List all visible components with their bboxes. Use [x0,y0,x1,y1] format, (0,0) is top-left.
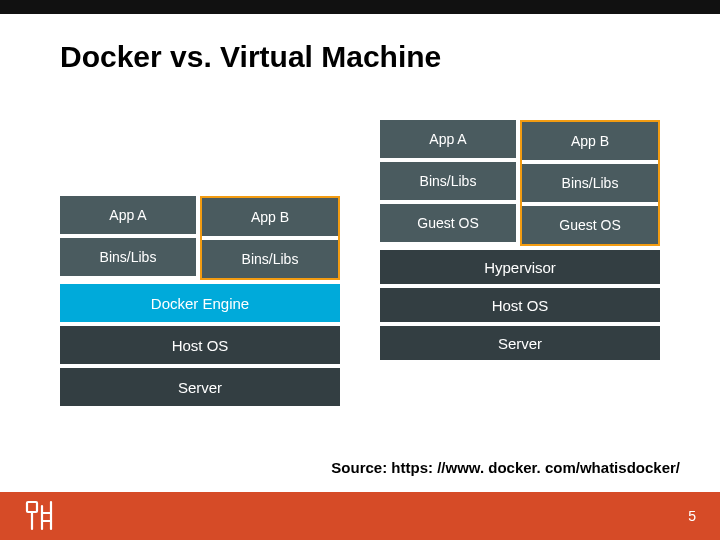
docker-col-a-app: App A [60,196,196,234]
svg-rect-0 [27,502,37,512]
docker-col-b-bins: Bins/Libs [202,240,338,278]
vm-col-b-guest: Guest OS [522,206,658,244]
footer-bar: 5 [0,492,720,540]
vm-col-b-bins: Bins/Libs [522,164,658,202]
vm-hypervisor-layer: Hypervisor [380,250,660,284]
slide-title: Docker vs. Virtual Machine [60,40,441,74]
vm-host-os-layer: Host OS [380,288,660,322]
diagram-area: App A Bins/Libs App B Bins/Libs Docker E… [60,120,660,406]
docker-stack: App A Bins/Libs App B Bins/Libs Docker E… [60,196,340,406]
vm-stack: App A Bins/Libs Guest OS App B Bins/Libs… [380,120,660,406]
docker-server-layer: Server [60,368,340,406]
vm-col-a-app: App A [380,120,516,158]
docker-col-a-bins: Bins/Libs [60,238,196,276]
docker-col-b-app: App B [202,198,338,236]
vm-col-b-app: App B [522,122,658,160]
vm-col-a-bins: Bins/Libs [380,162,516,200]
logo-icon [24,499,58,533]
vm-col-a-guest: Guest OS [380,204,516,242]
page-number: 5 [688,508,696,524]
source-text: Source: https: //www. docker. com/whatis… [331,459,680,476]
docker-engine-layer: Docker Engine [60,284,340,322]
vm-server-layer: Server [380,326,660,360]
docker-host-os-layer: Host OS [60,326,340,364]
